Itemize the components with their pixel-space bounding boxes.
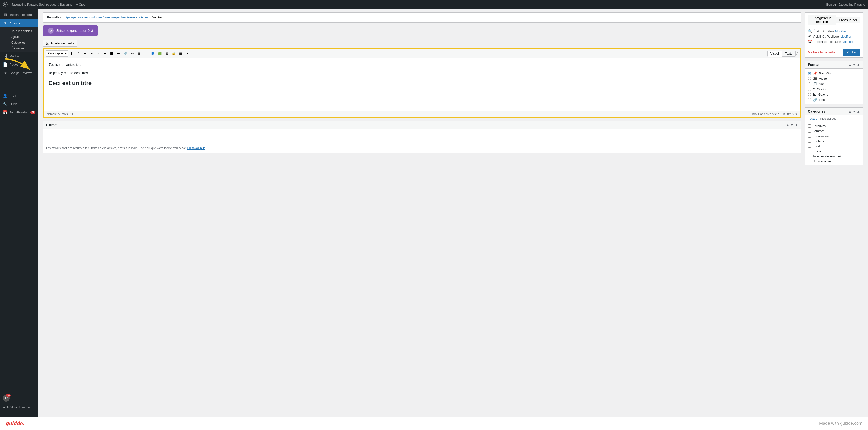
permalink-url[interactable]: https://parayre-sophrologue.fr/un-titre-… bbox=[64, 16, 148, 19]
cat-tab-most-used[interactable]: Plus utilisés bbox=[820, 117, 836, 120]
editor-content[interactable]: J'écris mon article ici . Je peux y mett… bbox=[44, 58, 800, 111]
link-button[interactable]: 🔗 bbox=[122, 50, 129, 57]
sidebar-sub-ajouter[interactable]: Ajouter bbox=[9, 34, 38, 40]
columns-button[interactable]: ⊞ bbox=[163, 50, 170, 57]
extrait-learn-more-link[interactable]: En savoir plus bbox=[187, 146, 206, 150]
sidebar-item-pages[interactable]: 📄 Pages bbox=[0, 60, 38, 69]
cat-tab-all[interactable]: Toutes bbox=[808, 117, 817, 120]
format-box-header[interactable]: Format ▲ ▼ ▲ bbox=[805, 61, 863, 69]
sidebar-sub-categories[interactable]: Catégories bbox=[9, 40, 38, 46]
cat-checkbox-epreuves[interactable] bbox=[808, 124, 811, 127]
tab-text[interactable]: Texte bbox=[782, 51, 796, 57]
sidebar-item-tableau-de-bord[interactable]: ⊞ Tableau de bord bbox=[0, 10, 38, 19]
wordpress-icon: W bbox=[3, 2, 8, 7]
sidebar-sub-etiquettes[interactable]: Étiquettes bbox=[9, 46, 38, 51]
sidebar-item-profil[interactable]: 👤 Profil bbox=[0, 91, 38, 100]
svg-text:W: W bbox=[4, 3, 7, 6]
dropdown-button[interactable]: ▾ bbox=[184, 50, 190, 57]
sidebar-item-medias[interactable]: 🖼 Médias bbox=[0, 52, 38, 60]
readmore-button[interactable]: — bbox=[143, 50, 149, 57]
add-media-button[interactable]: 🖼 Ajouter un média bbox=[43, 40, 77, 47]
avatar-area[interactable]: JP 30 bbox=[0, 393, 38, 403]
permalink-bar: Permalien : https://parayre-sophrologue.… bbox=[43, 12, 801, 23]
blockquote-button[interactable]: ❝ bbox=[95, 50, 101, 57]
schedule-modify-link[interactable]: Modifier bbox=[842, 40, 854, 44]
sidebar-item-articles[interactable]: ✎ Articles bbox=[0, 19, 38, 27]
table-button[interactable]: ▦ bbox=[136, 50, 142, 57]
expand-editor-button[interactable]: ⤢ bbox=[796, 52, 798, 55]
visibility-label: Visibilité : Publique bbox=[813, 35, 839, 38]
categories-up-button[interactable]: ▲ bbox=[848, 109, 851, 113]
extrait-toggle-button[interactable]: ▼ bbox=[790, 123, 794, 127]
align-left-button[interactable]: ⬅ bbox=[102, 50, 108, 57]
grid-button[interactable]: ▦ bbox=[178, 50, 184, 57]
permalink-modify-button[interactable]: Modifier bbox=[150, 15, 164, 20]
sidebar-sub-tous-les-articles[interactable]: Tous les articles bbox=[9, 28, 38, 34]
visibility-modify-link[interactable]: Modifier bbox=[840, 35, 851, 38]
image-button[interactable]: 🟩 bbox=[156, 50, 163, 57]
sidebar-item-teambooking[interactable]: 📅 TeamBooking 57 bbox=[0, 108, 38, 117]
extrait-textarea[interactable] bbox=[46, 132, 798, 144]
align-center-button[interactable]: ☰ bbox=[108, 50, 115, 57]
schedule-icon: 📅 bbox=[808, 40, 812, 44]
cat-checkbox-stress[interactable] bbox=[808, 150, 811, 153]
extra-button[interactable]: 🔒 bbox=[170, 50, 177, 57]
media-button[interactable]: 👤 bbox=[149, 50, 156, 57]
right-sidebar: Enregistrer le brouillon Prévisualiser 🔍… bbox=[801, 12, 863, 166]
format-label-citation: Citation bbox=[817, 87, 827, 91]
extrait-header[interactable]: Extrait ▲ ▼ ▲ bbox=[43, 121, 801, 129]
site-name[interactable]: Jacqueline Parayre Sophrologue à Bayonne bbox=[11, 3, 72, 6]
status-label: État : Brouillon bbox=[813, 29, 834, 33]
cat-checkbox-uncategorized[interactable] bbox=[808, 160, 811, 163]
cat-checkbox-phobies[interactable] bbox=[808, 140, 811, 143]
format-radio-lien[interactable] bbox=[808, 98, 811, 101]
cat-checkbox-sport[interactable] bbox=[808, 145, 811, 148]
status-modify-link[interactable]: Modifier bbox=[835, 29, 846, 33]
sidebar-collapse[interactable]: ◀ Réduire le menu bbox=[0, 403, 38, 411]
cat-checkbox-troubles-sommeil[interactable] bbox=[808, 155, 811, 158]
extrait-close-button[interactable]: ▲ bbox=[795, 123, 798, 127]
publish-button[interactable]: Publier bbox=[843, 49, 860, 56]
categories-close-button[interactable]: ▲ bbox=[857, 109, 860, 113]
categories-down-button[interactable]: ▼ bbox=[852, 109, 856, 113]
format-close-button[interactable]: ▲ bbox=[857, 63, 860, 66]
paragraph-select[interactable]: Paragraphe bbox=[46, 50, 68, 57]
format-radio-citation[interactable] bbox=[808, 88, 811, 91]
sidebar-item-outils[interactable]: 🔧 Outils bbox=[0, 100, 38, 108]
format-radio-par-defaut[interactable] bbox=[808, 72, 811, 75]
create-button[interactable]: + Créer bbox=[76, 3, 87, 6]
trash-link[interactable]: Mettre à la corbeille bbox=[808, 51, 835, 54]
format-radio-galerie[interactable] bbox=[808, 93, 811, 96]
more-button[interactable]: ⋯ bbox=[129, 50, 135, 57]
bold-button[interactable]: B bbox=[68, 50, 74, 57]
format-radio-son[interactable] bbox=[808, 82, 811, 85]
format-option-son: 🎵 Son bbox=[808, 81, 860, 86]
align-right-button[interactable]: ➡ bbox=[115, 50, 121, 57]
divi-generator-button[interactable]: D Utiliser le générateur Divi bbox=[43, 25, 98, 36]
format-up-button[interactable]: ▲ bbox=[848, 63, 851, 66]
permalink-label: Permalien : bbox=[47, 16, 63, 19]
visibility-row: 👁 Visibilité : Publique Modifier bbox=[808, 34, 860, 38]
editor-container: Paragraphe B I ≡ ≡ ❝ ⬅ ☰ ➡ 🔗 ⋯ ▦ bbox=[43, 48, 801, 118]
cat-checkbox-performance[interactable] bbox=[808, 135, 811, 138]
categories-list: Epreuves Femmes Performance Phobies bbox=[805, 122, 863, 165]
preview-button[interactable]: Prévisualiser bbox=[836, 17, 860, 24]
extrait-note: Les extraits sont des résumés facultatif… bbox=[46, 146, 798, 150]
unordered-list-button[interactable]: ≡ bbox=[82, 50, 88, 57]
sidebar-item-google-reviews[interactable]: ★ Google Reviews bbox=[0, 69, 38, 77]
format-down-button[interactable]: ▼ bbox=[852, 63, 856, 66]
format-label-son: Son bbox=[819, 82, 825, 86]
format-option-galerie: 🖼 Galerie bbox=[808, 92, 860, 97]
cat-checkbox-femmes[interactable] bbox=[808, 130, 811, 133]
ordered-list-button[interactable]: ≡ bbox=[89, 50, 95, 57]
extrait-collapse-button[interactable]: ▲ bbox=[786, 123, 789, 127]
format-radio-video[interactable] bbox=[808, 77, 811, 80]
italic-button[interactable]: I bbox=[75, 50, 81, 57]
categories-header[interactable]: Catégories ▲ ▼ ▲ bbox=[805, 108, 863, 115]
word-count: Nombre de mots : 14 bbox=[46, 113, 73, 116]
draft-saved-status: Brouillon enregistré à 16h 08m 53s. bbox=[752, 113, 798, 116]
guidde-tagline: Made with guidde.com bbox=[819, 421, 862, 426]
save-draft-button[interactable]: Enregistrer le brouillon bbox=[808, 15, 836, 25]
cat-label-stress: Stress bbox=[812, 149, 822, 153]
tab-visual[interactable]: Visuel bbox=[767, 51, 782, 57]
